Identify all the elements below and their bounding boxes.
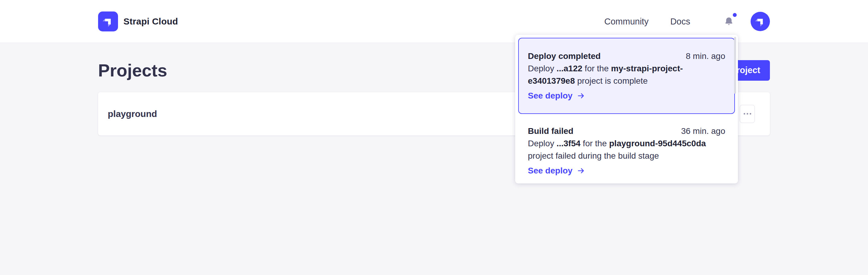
header-nav: Community Docs [604,12,770,31]
notification-title: Deploy completed [528,50,600,62]
top-navbar: Strapi Cloud Community Docs [0,0,868,43]
notification-body: Deploy ...a122 for the my-strapi-project… [528,62,725,87]
notification-time: 8 min. ago [686,50,725,62]
notification-title: Build failed [528,125,574,137]
project-more-options-button[interactable] [740,105,755,123]
notifications-button[interactable] [723,14,735,29]
page-title: Projects [98,58,167,82]
see-deploy-link[interactable]: See deploy [528,89,725,102]
notification-build-failed[interactable]: Build failed 36 min. ago Deploy ...3f54 … [518,114,735,177]
strapi-mark [102,16,114,28]
notification-deploy-completed[interactable]: Deploy completed 8 min. ago Deploy ...a1… [518,38,735,114]
notification-body: Deploy ...3f54 for the playground-95d445… [528,137,725,162]
deploy-id: ...3f54 [557,139,580,148]
unread-indicator-dot [733,13,737,17]
project-ref: playground-95d445c0da [609,139,706,148]
bell-icon [724,16,734,27]
project-name[interactable]: playground [108,109,157,119]
strapi-cloud-app: Strapi Cloud Community Docs [0,0,868,275]
dropdown-scrollbar[interactable] [734,37,736,94]
notifications-dropdown: Deploy completed 8 min. ago Deploy ...a1… [515,35,738,184]
user-avatar[interactable] [751,12,770,31]
nav-link-community[interactable]: Community [604,17,649,27]
brand[interactable]: Strapi Cloud [98,11,178,31]
brand-name: Strapi Cloud [123,16,178,27]
strapi-logo-icon [98,11,118,31]
avatar-strapi-mark [754,16,766,27]
deploy-id: ...a122 [557,64,583,73]
arrow-right-icon [577,91,585,100]
notification-time: 36 min. ago [681,125,725,137]
arrow-right-icon [577,166,585,175]
ellipsis-icon [744,113,745,114]
nav-link-docs[interactable]: Docs [670,17,690,27]
see-deploy-link[interactable]: See deploy [528,164,725,177]
